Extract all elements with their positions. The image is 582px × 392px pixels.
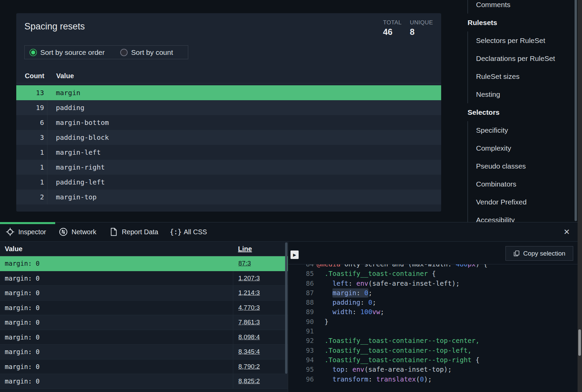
spacing-row-margin-bottom[interactable]: 6margin-bottom	[16, 115, 441, 130]
line-cell: 8,790:2	[233, 360, 260, 374]
inspector-icon	[6, 227, 15, 236]
inspector-row[interactable]: margin: 08,825:2	[0, 374, 288, 389]
line-link[interactable]: 87:3	[238, 260, 251, 267]
line-cell: 8,098:4	[233, 330, 260, 345]
spacing-row-margin[interactable]: 13margin	[16, 85, 441, 100]
row-value: margin-right	[47, 163, 105, 171]
tab-inspector[interactable]: Inspector	[6, 227, 46, 236]
sidebar-item-combinators[interactable]: Combinators	[468, 175, 575, 193]
code-line: 93 .Toastify__toast-container--top-left,	[288, 346, 578, 355]
spacing-row-margin-right[interactable]: 1margin-right	[16, 160, 441, 175]
sidebar-item-accessibility[interactable]: Accessibility	[468, 211, 575, 222]
sidebar-item-vendor-prefixed[interactable]: Vendor Prefixed	[468, 193, 575, 211]
close-icon: ✕	[563, 227, 570, 237]
line-cell: 1,214:3	[233, 286, 260, 300]
count-column-header: Count	[16, 72, 44, 80]
line-number: 91	[288, 327, 314, 336]
row-count: 1	[16, 175, 47, 190]
code-view[interactable]: 84@media only screen and (max-width: 480…	[288, 264, 578, 392]
report-data-icon	[109, 227, 118, 236]
page-scrollbar-track[interactable]	[578, 0, 582, 392]
spacing-resets-card: Spacing resets TOTAL 46 UNIQUE 8 Sort by…	[16, 13, 441, 212]
inspector-row[interactable]: margin: 04,770:3	[0, 301, 288, 315]
line-link[interactable]: 8,345:4	[238, 348, 260, 355]
code-line: 96 transform: translatex(0);	[288, 375, 578, 384]
line-number: 95	[288, 365, 314, 374]
code-line: 86 left: env(safe-area-inset-left);	[288, 279, 578, 288]
code-text: .Toastify__toast-container--top-center,	[317, 336, 479, 346]
radio-selected-icon	[29, 49, 37, 56]
tab-all-css[interactable]: {:}All CSS	[171, 227, 207, 236]
line-number: 93	[288, 346, 314, 355]
sidebar-item-nesting[interactable]: Nesting	[468, 85, 575, 103]
inspector-scrollbar-thumb[interactable]	[285, 242, 287, 374]
line-cell: 8,825:2	[233, 374, 260, 389]
line-cell: 87:3	[233, 256, 251, 271]
sort-option-label: Sort by source order	[40, 48, 105, 57]
line-link[interactable]: 8,098:4	[238, 333, 260, 341]
spacing-table-header: Count Value	[16, 72, 441, 81]
close-panel-button[interactable]: ✕	[561, 226, 573, 238]
declaration-value: margin: 0	[5, 330, 40, 345]
total-label: TOTAL	[383, 19, 402, 26]
card-stats: TOTAL 46 UNIQUE 8	[383, 19, 433, 37]
line-link[interactable]: 8,790:2	[238, 363, 260, 370]
spacing-row-padding-left[interactable]: 1padding-left	[16, 175, 441, 190]
spacing-row-padding-block[interactable]: 3padding-block	[16, 130, 441, 145]
line-link[interactable]: 8,825:2	[238, 377, 260, 385]
spacing-row-padding[interactable]: 19padding	[16, 100, 441, 115]
inspector-row[interactable]: margin: 08,098:4	[0, 330, 288, 345]
sort-by-source-order-option[interactable]: Sort by source order	[29, 48, 105, 57]
spacing-row-margin-top[interactable]: 2margin-top	[16, 190, 441, 204]
inspector-row[interactable]: margin: 07,861:3	[0, 315, 288, 330]
line-link[interactable]: 7,861:3	[238, 319, 260, 326]
inspector-rows: margin: 087:3margin: 01,207:3margin: 01,…	[0, 256, 288, 392]
inspector-row[interactable]: margin: 01,207:3	[0, 271, 288, 286]
sort-radio-group: Sort by source order Sort by count	[24, 45, 188, 59]
inspector-row[interactable]: margin: 08,790:2	[0, 360, 288, 374]
tab-report-data[interactable]: Report Data	[109, 227, 158, 236]
declaration-value: margin: 0	[5, 271, 40, 286]
line-link[interactable]: 1,214:3	[238, 289, 260, 297]
row-value: padding-block	[47, 133, 109, 141]
selection-highlight: margin: 0	[332, 288, 368, 298]
sidebar-item-comments[interactable]: Comments	[468, 0, 575, 14]
line-link[interactable]: 4,770:3	[238, 304, 260, 311]
sidebar-item-pseudo-classes[interactable]: Pseudo classes	[468, 157, 575, 175]
row-value: margin-bottom	[47, 118, 109, 127]
copy-selection-button[interactable]: Copy selection	[505, 246, 573, 261]
sidebar-item-declarations-per-ruleset[interactable]: Declarations per RuleSet	[468, 49, 575, 67]
line-number: 84	[288, 264, 314, 269]
inspector-row[interactable]: margin: 08,345:4	[0, 345, 288, 360]
line-number: 87	[288, 288, 314, 298]
line-number: 89	[288, 307, 314, 317]
expand-icon: ▶	[293, 253, 296, 257]
sidebar-item-ruleset-sizes[interactable]: RuleSet sizes	[468, 67, 575, 85]
copy-label: Copy selection	[523, 250, 565, 257]
sidebar-item-selectors-per-ruleset[interactable]: Selectors per RuleSet	[468, 31, 575, 49]
spacing-row-margin-left[interactable]: 1margin-left	[16, 145, 441, 160]
sidebar-scrollbar-thumb[interactable]	[575, 0, 577, 221]
tab-label: Network	[71, 228, 96, 236]
braces-glyph: {:}	[170, 228, 181, 236]
expand-panel-button[interactable]: ▶	[290, 251, 299, 259]
line-cell: 8,345:4	[233, 345, 260, 359]
page-scrollbar-thumb[interactable]	[578, 329, 581, 356]
inspector-row[interactable]: margin: 087:3	[0, 256, 288, 271]
sidebar-item-specificity[interactable]: Specificity	[468, 121, 575, 139]
line-cell: 4,770:3	[233, 301, 260, 315]
code-line: 88 padding: 0;	[288, 298, 578, 307]
tab-bar: InspectorNetworkReport Data{:}All CSS	[0, 222, 578, 242]
line-number: 96	[288, 375, 314, 384]
line-column-header[interactable]: Line	[238, 245, 252, 253]
code-line: 94 .Toastify__toast-container--top-right…	[288, 355, 578, 365]
inspector-row[interactable]: margin: 01,214:3	[0, 286, 288, 301]
line-number: 90	[288, 317, 314, 327]
tab-network[interactable]: Network	[59, 227, 96, 236]
declaration-value: margin: 0	[5, 315, 40, 330]
code-line: 89 width: 100vw;	[288, 307, 578, 317]
spacing-table-rows: 13margin19padding6margin-bottom3padding-…	[16, 85, 441, 204]
sidebar-item-complexity[interactable]: Complexity	[468, 139, 575, 157]
line-link[interactable]: 1,207:3	[238, 275, 260, 282]
sort-by-count-option[interactable]: Sort by count	[120, 48, 173, 57]
